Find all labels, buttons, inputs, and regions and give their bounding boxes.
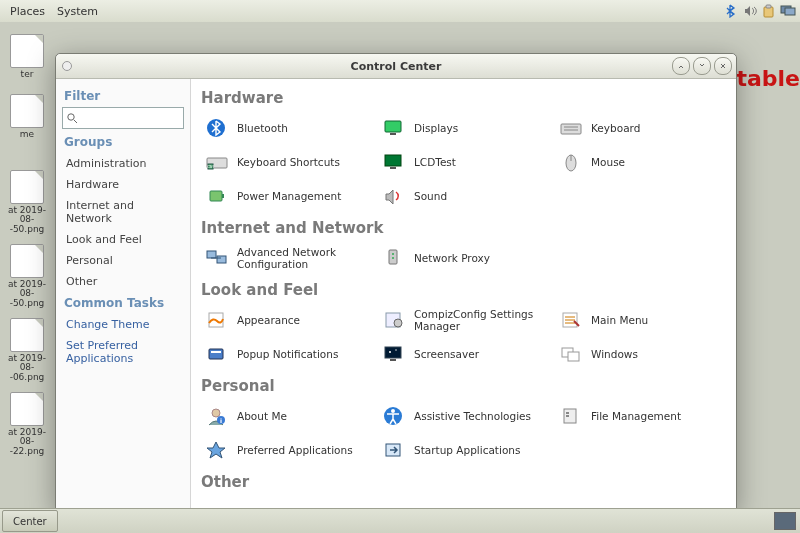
item-windows[interactable]: Windows xyxy=(555,339,726,369)
window-menu-icon[interactable] xyxy=(62,61,72,71)
appearance-icon xyxy=(203,308,231,332)
item-bluetooth[interactable]: Bluetooth xyxy=(201,113,372,143)
item-startup[interactable]: Startup Applications xyxy=(378,435,549,465)
item-label: Appearance xyxy=(237,314,300,326)
item-keyboard[interactable]: Keyboard xyxy=(555,113,726,143)
item-prefapps[interactable]: Preferred Applications xyxy=(201,435,372,465)
content-pane[interactable]: HardwareBluetoothDisplaysKeyboardCtrlKey… xyxy=(191,79,736,512)
control-center-window: Control Center Filter Groups Administrat… xyxy=(55,53,737,513)
svg-rect-34 xyxy=(209,349,223,359)
compiz-icon xyxy=(380,308,408,332)
item-filemgmt[interactable]: File Management xyxy=(555,401,726,431)
svg-rect-41 xyxy=(568,352,579,361)
sidebar-group-internet[interactable]: Internet and Network xyxy=(60,195,186,229)
category-header: Hardware xyxy=(201,89,726,107)
workspace-switcher[interactable] xyxy=(774,512,796,530)
desktop-icon[interactable]: at 2019-08- -50.png xyxy=(4,244,50,308)
item-label: Mouse xyxy=(591,156,625,168)
svg-rect-9 xyxy=(561,124,581,134)
svg-rect-36 xyxy=(385,347,401,358)
svg-point-42 xyxy=(212,409,220,417)
screensaver-icon xyxy=(380,342,408,366)
item-label: Screensaver xyxy=(414,348,479,360)
sidebar-group-administration[interactable]: Administration xyxy=(60,153,186,174)
svg-rect-35 xyxy=(211,351,221,353)
svg-rect-22 xyxy=(217,256,226,263)
kbshort-icon: Ctrl xyxy=(203,150,231,174)
svg-point-29 xyxy=(394,319,402,327)
sidebar-group-other[interactable]: Other xyxy=(60,271,186,292)
proxy-icon xyxy=(380,246,408,270)
popup-icon xyxy=(203,342,231,366)
tasks-header: Common Tasks xyxy=(64,296,182,310)
search-icon xyxy=(66,112,78,124)
item-mouse[interactable]: Mouse xyxy=(555,147,726,177)
item-lcdtest[interactable]: LCDTest xyxy=(378,147,549,177)
svg-point-46 xyxy=(391,409,395,413)
sound-icon xyxy=(380,184,408,208)
item-label: Main Menu xyxy=(591,314,648,326)
bluetooth-icon[interactable] xyxy=(723,3,739,19)
item-label: Keyboard Shortcuts xyxy=(237,156,340,168)
top-panel: Places System xyxy=(0,0,800,23)
item-displays[interactable]: Displays xyxy=(378,113,549,143)
item-label: Popup Notifications xyxy=(237,348,338,360)
displays-icon xyxy=(380,116,408,140)
svg-rect-8 xyxy=(390,133,396,135)
item-mainmenu[interactable]: Main Menu xyxy=(555,305,726,335)
filter-header: Filter xyxy=(64,89,182,103)
item-label: Startup Applications xyxy=(414,444,520,456)
sidebar-group-personal[interactable]: Personal xyxy=(60,250,186,271)
item-label: Power Management xyxy=(237,190,341,202)
desktop-icon[interactable]: at 2019-08- -22.png xyxy=(4,392,50,456)
item-label: Sound xyxy=(414,190,447,202)
minimize-button[interactable] xyxy=(672,57,690,75)
desktop-icon[interactable]: me xyxy=(4,94,50,139)
desktop-icon[interactable]: at 2019-08- -06.png xyxy=(4,318,50,382)
svg-point-26 xyxy=(392,257,394,259)
taskbar-button[interactable]: Center xyxy=(2,510,58,532)
desktop-icon[interactable]: ter xyxy=(4,34,50,79)
svg-rect-21 xyxy=(207,251,216,258)
item-screensaver[interactable]: Screensaver xyxy=(378,339,549,369)
startup-icon xyxy=(380,438,408,462)
desktop-icon[interactable]: at 2019-08- -50.png xyxy=(4,170,50,234)
item-aboutme[interactable]: iAbout Me xyxy=(201,401,372,431)
search-input[interactable] xyxy=(62,107,184,129)
item-label: CompizConfig Settings Manager xyxy=(414,308,547,332)
item-label: Keyboard xyxy=(591,122,640,134)
category-header: Other xyxy=(201,473,726,491)
volume-icon[interactable] xyxy=(742,3,758,19)
monitor-icon[interactable] xyxy=(780,3,796,19)
item-advnet[interactable]: Advanced Network Configuration xyxy=(201,243,372,273)
item-assistive[interactable]: Assistive Technologies xyxy=(378,401,549,431)
sidebar-group-lookfeel[interactable]: Look and Feel xyxy=(60,229,186,250)
maximize-button[interactable] xyxy=(693,57,711,75)
item-power[interactable]: Power Management xyxy=(201,181,372,211)
close-button[interactable] xyxy=(714,57,732,75)
task-change-theme[interactable]: Change Theme xyxy=(60,314,186,335)
lcdtest-icon xyxy=(380,150,408,174)
item-sound[interactable]: Sound xyxy=(378,181,549,211)
task-preferred-apps[interactable]: Set Preferred Applications xyxy=(60,335,186,369)
sidebar-group-hardware[interactable]: Hardware xyxy=(60,174,186,195)
bluetooth-icon xyxy=(203,116,231,140)
clipboard-icon[interactable] xyxy=(761,3,777,19)
svg-rect-39 xyxy=(390,359,396,361)
svg-rect-7 xyxy=(385,121,401,132)
item-popup[interactable]: Popup Notifications xyxy=(201,339,372,369)
advnet-icon xyxy=(203,246,231,270)
item-label: Displays xyxy=(414,122,458,134)
svg-rect-15 xyxy=(385,155,401,166)
item-proxy[interactable]: Network Proxy xyxy=(378,243,549,273)
menu-system[interactable]: System xyxy=(51,3,104,20)
item-compiz[interactable]: CompizConfig Settings Manager xyxy=(378,305,549,335)
prefapps-icon xyxy=(203,438,231,462)
svg-rect-49 xyxy=(566,415,569,417)
svg-rect-19 xyxy=(210,191,222,201)
svg-rect-3 xyxy=(785,8,795,15)
menu-places[interactable]: Places xyxy=(4,3,51,20)
item-kbshort[interactable]: CtrlKeyboard Shortcuts xyxy=(201,147,372,177)
item-appearance[interactable]: Appearance xyxy=(201,305,372,335)
titlebar[interactable]: Control Center xyxy=(56,54,736,79)
